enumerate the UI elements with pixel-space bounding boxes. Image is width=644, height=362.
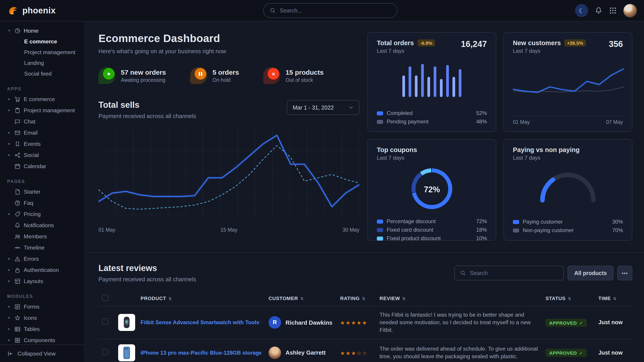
sidebar-item-label: Calendar xyxy=(24,163,46,169)
x-axis-label: 07 May xyxy=(606,119,623,125)
sidebar-item-notifications[interactable]: Notifications xyxy=(4,220,81,231)
legend-swatch xyxy=(513,228,519,232)
legend-value: 52% xyxy=(476,110,487,116)
caret-right-icon: ▸ xyxy=(7,327,11,331)
sidebar-item-project-management[interactable]: Project management xyxy=(24,47,81,58)
bell-icon xyxy=(595,7,602,14)
collapsed-view-toggle[interactable]: Collapsed View xyxy=(0,344,84,362)
navbar-search-input[interactable] xyxy=(280,7,391,14)
column-header-customer[interactable]: CUSTOMER xyxy=(268,296,298,301)
review-text: The order was delivered ahead of schedul… xyxy=(380,345,538,361)
rating-stars: ★★★☆☆ xyxy=(340,350,368,357)
product-thumbnail[interactable] xyxy=(118,344,135,361)
total-orders-card: Total orders -6.8% Last 7 days 16,247 Co… xyxy=(368,32,496,132)
sidebar-item-project-management[interactable]: ▸Project management xyxy=(4,105,81,116)
theme-toggle-button[interactable]: ☾ xyxy=(575,4,588,17)
sidebar-item-landing[interactable]: Landing xyxy=(24,58,81,68)
customers-line-chart xyxy=(513,60,624,107)
column-header-status[interactable]: STATUS xyxy=(546,296,566,301)
sidebar-item-label: Notifications xyxy=(24,222,54,228)
sort-icon[interactable]: ⇅ xyxy=(168,297,172,301)
sort-icon[interactable]: ⇅ xyxy=(568,297,572,301)
sidebar-item-faq[interactable]: Faq xyxy=(4,197,81,208)
stat-badge-icon: ★ xyxy=(98,67,116,84)
customer-avatar[interactable]: R xyxy=(268,316,281,329)
card-value: 16,247 xyxy=(461,39,487,49)
search-icon xyxy=(460,270,466,276)
sidebar-item-e-commerce[interactable]: ▸E commerce xyxy=(4,93,81,105)
stat-badge-icon xyxy=(190,67,207,84)
new-customers-card: New customers +26.5% Last 7 days 356 01 … xyxy=(504,32,632,132)
reviews-search-input[interactable] xyxy=(470,270,558,276)
sidebar-item-home[interactable]: ▾Home xyxy=(4,25,81,36)
sort-icon[interactable]: ⇅ xyxy=(362,297,366,301)
legend-item: Percentage discount72% xyxy=(377,218,487,225)
coupons-donut-chart: 72% xyxy=(408,165,455,214)
sidebar-item-forms[interactable]: ▸Forms xyxy=(4,301,81,312)
more-options-button[interactable]: ⋯ xyxy=(617,266,632,280)
product-link[interactable]: Fitbit Sense Advanced Smartwatch with To… xyxy=(140,320,261,326)
sidebar-item-label: Icons xyxy=(24,315,37,321)
close-icon: × xyxy=(272,70,275,77)
navbar-search[interactable] xyxy=(263,3,398,18)
reviews-subtitle: Payment received across all channels xyxy=(98,276,196,283)
sidebar-section-label: APPS xyxy=(4,84,81,93)
row-checkbox[interactable] xyxy=(102,319,108,325)
column-header-rating[interactable]: RATING xyxy=(340,296,360,301)
sidebar-item-chat[interactable]: Chat xyxy=(4,116,81,127)
sidebar-item-pricing[interactable]: ▸Pricing xyxy=(4,208,81,220)
sidebar-item-tables[interactable]: ▸Tables xyxy=(4,323,81,335)
legend-swatch xyxy=(377,219,383,223)
sidebar-item-layouts[interactable]: ▸Layouts xyxy=(4,276,81,287)
stat-desc: Out of stock xyxy=(286,77,324,83)
sidebar-item-social-feed[interactable]: Social feed xyxy=(24,68,81,79)
sidebar-item-email[interactable]: ▸Email xyxy=(4,127,81,138)
sidebar-item-social[interactable]: ▸Social xyxy=(4,149,81,161)
sidebar-item-label: Members xyxy=(24,233,47,240)
sidebar-item-authentication[interactable]: ▸Authentication xyxy=(4,264,81,276)
column-header-product[interactable]: PRODUCT xyxy=(140,296,166,301)
all-products-button[interactable]: All products xyxy=(568,266,614,280)
column-header-review[interactable]: REVIEW xyxy=(380,296,400,301)
reviews-search[interactable] xyxy=(454,266,564,280)
sidebar-item-starter[interactable]: Starter xyxy=(4,186,81,197)
card-title: Top coupons xyxy=(377,146,417,153)
sidebar-item-label: Project management xyxy=(24,107,75,113)
caret-right-icon: ▸ xyxy=(7,142,11,146)
legend-value: 72% xyxy=(476,218,487,225)
date-range-select[interactable]: Mar 1 - 31, 2022 xyxy=(287,100,359,115)
app-window: phoenix ☾ ▾HomeE commerceProject managem… xyxy=(0,0,644,362)
sidebar-item-events[interactable]: ▸Events xyxy=(4,138,81,149)
apps-grid-button[interactable] xyxy=(609,7,617,14)
sort-icon[interactable]: ⇅ xyxy=(402,297,406,301)
sort-icon[interactable]: ⇅ xyxy=(613,297,617,301)
sidebar-item-members[interactable]: Members xyxy=(4,231,81,242)
sidebar-item-icons[interactable]: ▸Icons xyxy=(4,312,81,323)
notifications-button[interactable] xyxy=(595,7,602,14)
product-link[interactable]: iPhone 13 pro max-Pacific Blue-128GB sto… xyxy=(140,350,261,356)
sidebar-item-errors[interactable]: ▸Errors xyxy=(4,253,81,264)
stat-desc: On hold xyxy=(212,77,239,83)
customer-avatar[interactable] xyxy=(268,347,281,359)
legend-label: Pending payment xyxy=(387,118,428,125)
collapse-icon xyxy=(7,350,14,357)
sidebar-item-components[interactable]: ▸Components xyxy=(4,335,81,344)
sidebar-item-calendar[interactable]: Calendar xyxy=(4,161,81,172)
product-thumbnail[interactable] xyxy=(118,314,135,331)
row-checkbox[interactable] xyxy=(102,349,108,355)
column-header-time[interactable]: TIME xyxy=(598,296,611,301)
sidebar-item-label: Layouts xyxy=(24,278,43,284)
sidebar-item-timeline[interactable]: Timeline xyxy=(4,242,81,253)
sidebar-item-e-commerce[interactable]: E commerce xyxy=(24,36,81,47)
user-avatar[interactable] xyxy=(624,4,637,17)
dashboard-left-column: Ecommerce Dashboard Here's what's going … xyxy=(98,32,359,241)
top-navbar: phoenix ☾ xyxy=(0,0,644,21)
paying-card: Paying vs non paying Last 7 days Paying … xyxy=(504,139,632,241)
sort-icon[interactable]: ⇅ xyxy=(300,297,304,301)
warning-icon xyxy=(14,256,20,262)
select-all-checkbox[interactable] xyxy=(102,295,108,301)
card-period: Last 7 days xyxy=(513,155,580,161)
brand[interactable]: phoenix xyxy=(7,5,86,16)
chevron-down-icon xyxy=(349,105,354,110)
sidebar-item-label: Tables xyxy=(24,326,40,332)
